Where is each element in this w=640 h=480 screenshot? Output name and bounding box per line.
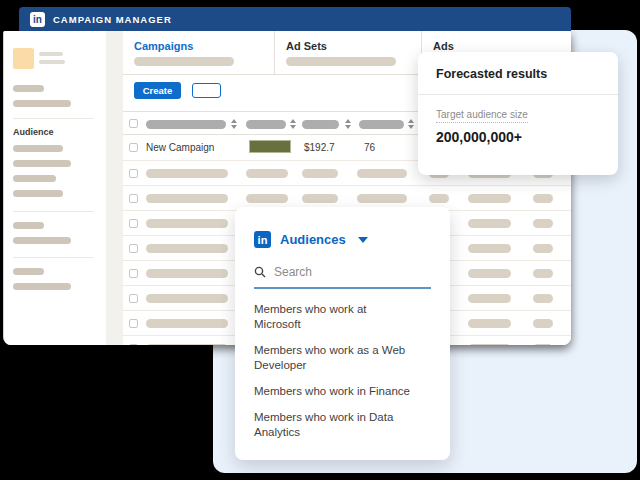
- row-checkbox[interactable]: [129, 194, 138, 203]
- skeleton-bar: [468, 269, 511, 278]
- column-header-placeholder: [246, 120, 286, 129]
- spend-value: $192.7: [304, 142, 335, 153]
- linkedin-logo-icon: in: [254, 231, 271, 248]
- row-checkbox[interactable]: [129, 344, 138, 345]
- tab-campaigns[interactable]: Campaigns: [123, 31, 274, 74]
- row-checkbox[interactable]: [129, 269, 138, 278]
- skeleton-bar: [429, 194, 449, 203]
- row-checkbox[interactable]: [129, 169, 138, 178]
- skeleton-bar: [39, 60, 65, 64]
- row-checkbox[interactable]: [129, 143, 138, 152]
- content-gutter: [106, 31, 123, 345]
- divider: [13, 118, 94, 119]
- popup-header[interactable]: in Audiences: [254, 231, 431, 248]
- skeleton-bar: [146, 294, 228, 303]
- skeleton-bar: [533, 319, 553, 328]
- skeleton-bar: [357, 169, 407, 178]
- skeleton-bar: [533, 219, 553, 228]
- skeleton-bar: [357, 194, 407, 203]
- row-checkbox[interactable]: [129, 294, 138, 303]
- card-title: Forecasted results: [418, 52, 618, 81]
- skeleton-bar: [39, 52, 63, 56]
- popup-title: Audiences: [280, 232, 346, 247]
- sort-icon[interactable]: [345, 119, 351, 129]
- audience-list: Members who work atMicrosoftMembers who …: [254, 302, 431, 440]
- sidebar-item-placeholder: [13, 100, 71, 107]
- results-value: 76: [364, 142, 375, 153]
- divider: [13, 211, 94, 212]
- skeleton-bar: [468, 344, 511, 345]
- sidebar-item-placeholder: [13, 283, 71, 290]
- top-nav-bar: in CAMPAIGN MANAGER: [19, 7, 571, 31]
- select-all-checkbox[interactable]: [129, 119, 138, 128]
- sidebar-item-placeholder: [13, 85, 44, 92]
- tab-ad-sets[interactable]: Ad Sets: [274, 31, 421, 74]
- skeleton-bar: [468, 244, 511, 253]
- skeleton-bar: [468, 319, 511, 328]
- skeleton-bar: [146, 244, 228, 253]
- list-item[interactable]: Members who work in Finance: [254, 384, 431, 399]
- skeleton-bar: [302, 169, 338, 178]
- skeleton-bar: [533, 294, 553, 303]
- skeleton-bar: [146, 344, 228, 345]
- sort-icon[interactable]: [408, 119, 414, 129]
- column-header-placeholder: [359, 120, 404, 129]
- list-item[interactable]: Members who work as a WebDeveloper: [254, 343, 431, 373]
- skeleton-bar: [468, 194, 511, 203]
- status-swatch: [249, 140, 291, 153]
- sidebar-section-label: Audience: [13, 127, 54, 137]
- skeleton-bar: [146, 269, 228, 278]
- list-item[interactable]: Members who work in DataAnalytics: [254, 410, 431, 440]
- column-header-placeholder: [302, 120, 339, 129]
- sidebar-item-placeholder: [13, 160, 71, 167]
- row-checkbox[interactable]: [129, 319, 138, 328]
- skeleton-bar: [134, 57, 234, 66]
- chevron-down-icon[interactable]: [358, 237, 368, 243]
- sidebar: Audience: [4, 31, 106, 345]
- skeleton-bar: [533, 344, 553, 345]
- divider: [13, 257, 94, 258]
- skeleton-bar: [468, 219, 511, 228]
- sidebar-item-placeholder: [13, 222, 44, 229]
- skeleton-bar: [533, 269, 553, 278]
- sidebar-item-placeholder: [13, 268, 44, 275]
- skeleton-bar: [146, 194, 228, 203]
- skeleton-bar: [468, 294, 511, 303]
- sidebar-item-placeholder: [13, 190, 63, 197]
- screenshot-canvas: in CAMPAIGN MANAGER Audience: [0, 0, 640, 480]
- sidebar-item-placeholder: [13, 145, 63, 152]
- avatar-placeholder: [13, 48, 34, 69]
- skeleton-bar: [146, 169, 228, 178]
- list-item[interactable]: Members who work atMicrosoft: [254, 302, 431, 332]
- sort-icon[interactable]: [290, 119, 296, 129]
- skeleton-bar: [302, 194, 338, 203]
- skeleton-bar: [533, 244, 553, 253]
- audiences-popup: in Audiences Members who work atMicrosof…: [235, 207, 450, 460]
- linkedin-logo-icon: in: [30, 12, 45, 27]
- column-header-placeholder: [146, 120, 226, 129]
- sort-icon[interactable]: [231, 119, 237, 129]
- create-button[interactable]: Create: [134, 82, 181, 99]
- skeleton-bar: [246, 194, 288, 203]
- search-input[interactable]: [272, 264, 412, 280]
- search-icon: [254, 266, 266, 278]
- row-checkbox[interactable]: [129, 244, 138, 253]
- app-title: CAMPAIGN MANAGER: [53, 14, 172, 25]
- skeleton-bar: [533, 194, 553, 203]
- sidebar-item-placeholder: [13, 175, 56, 182]
- skeleton-bar: [146, 319, 228, 328]
- skeleton-bar: [146, 219, 228, 228]
- secondary-button[interactable]: [192, 83, 221, 98]
- sidebar-item-placeholder: [13, 237, 71, 244]
- row-checkbox[interactable]: [129, 219, 138, 228]
- metric-label: Target audience size: [436, 109, 528, 123]
- skeleton-bar: [246, 169, 288, 178]
- search-field[interactable]: [254, 264, 431, 289]
- forecasted-results-card: Forecasted results Target audience size …: [418, 52, 618, 175]
- skeleton-bar: [286, 57, 396, 66]
- campaign-name: New Campaign: [146, 142, 214, 153]
- metric-value: 200,000,000+: [436, 129, 618, 145]
